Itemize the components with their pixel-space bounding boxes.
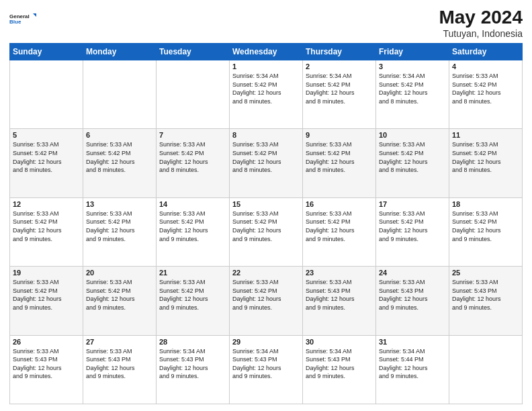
- day-info: Sunrise: 5:33 AMSunset: 5:42 PMDaylight:…: [232, 278, 300, 312]
- logo: General Blue: [9, 7, 36, 31]
- header-sunday: Sunday: [10, 44, 83, 60]
- calendar-cell: 24Sunrise: 5:33 AMSunset: 5:43 PMDayligh…: [376, 267, 449, 335]
- day-info: Sunrise: 5:33 AMSunset: 5:43 PMDaylight:…: [379, 278, 446, 312]
- day-number: 21: [159, 269, 226, 277]
- day-info: Sunrise: 5:33 AMSunset: 5:43 PMDaylight:…: [452, 278, 519, 312]
- calendar-cell: 21Sunrise: 5:33 AMSunset: 5:42 PMDayligh…: [157, 267, 230, 335]
- day-number: 20: [86, 269, 153, 277]
- day-number: 23: [306, 269, 373, 277]
- calendar-cell: 13Sunrise: 5:33 AMSunset: 5:42 PMDayligh…: [83, 197, 157, 266]
- calendar-cell: 6Sunrise: 5:33 AMSunset: 5:42 PMDaylight…: [83, 129, 157, 197]
- day-info: Sunrise: 5:34 AMSunset: 5:42 PMDaylight:…: [232, 72, 300, 105]
- day-info: Sunrise: 5:33 AMSunset: 5:42 PMDaylight:…: [86, 278, 153, 312]
- calendar-cell: [83, 60, 157, 129]
- day-number: 17: [379, 200, 446, 208]
- calendar-cell: 28Sunrise: 5:34 AMSunset: 5:43 PMDayligh…: [157, 335, 230, 404]
- svg-text:Blue: Blue: [9, 19, 21, 25]
- calendar-cell: 25Sunrise: 5:33 AMSunset: 5:43 PMDayligh…: [449, 267, 523, 335]
- logo-svg: General Blue: [9, 7, 36, 31]
- day-info: Sunrise: 5:33 AMSunset: 5:43 PMDaylight:…: [86, 347, 153, 381]
- calendar-week-row: 5Sunrise: 5:33 AMSunset: 5:42 PMDaylight…: [10, 129, 523, 197]
- calendar-cell: 3Sunrise: 5:34 AMSunset: 5:42 PMDaylight…: [376, 60, 449, 129]
- day-info: Sunrise: 5:33 AMSunset: 5:42 PMDaylight:…: [379, 140, 446, 174]
- calendar-cell: 29Sunrise: 5:34 AMSunset: 5:43 PMDayligh…: [230, 335, 303, 404]
- calendar-cell: 2Sunrise: 5:34 AMSunset: 5:42 PMDaylight…: [303, 60, 376, 129]
- day-number: 24: [379, 269, 446, 277]
- day-number: 3: [379, 62, 446, 71]
- day-info: Sunrise: 5:33 AMSunset: 5:42 PMDaylight:…: [159, 210, 226, 243]
- day-number: 9: [306, 131, 373, 139]
- day-info: Sunrise: 5:33 AMSunset: 5:43 PMDaylight:…: [13, 347, 80, 381]
- day-number: 4: [452, 62, 519, 71]
- day-info: Sunrise: 5:34 AMSunset: 5:43 PMDaylight:…: [159, 347, 226, 381]
- day-info: Sunrise: 5:34 AMSunset: 5:42 PMDaylight:…: [306, 72, 373, 105]
- day-number: 15: [232, 200, 300, 208]
- day-info: Sunrise: 5:33 AMSunset: 5:42 PMDaylight:…: [452, 210, 519, 243]
- day-number: 25: [452, 269, 519, 277]
- day-info: Sunrise: 5:33 AMSunset: 5:42 PMDaylight:…: [13, 140, 80, 174]
- calendar-table: Sunday Monday Tuesday Wednesday Thursday…: [9, 43, 523, 404]
- day-info: Sunrise: 5:33 AMSunset: 5:42 PMDaylight:…: [232, 210, 300, 243]
- day-number: 26: [13, 338, 80, 346]
- day-info: Sunrise: 5:33 AMSunset: 5:42 PMDaylight:…: [13, 210, 80, 243]
- calendar-week-row: 12Sunrise: 5:33 AMSunset: 5:42 PMDayligh…: [10, 197, 523, 266]
- day-info: Sunrise: 5:33 AMSunset: 5:42 PMDaylight:…: [379, 210, 446, 243]
- calendar-cell: 4Sunrise: 5:33 AMSunset: 5:42 PMDaylight…: [449, 60, 523, 129]
- day-info: Sunrise: 5:33 AMSunset: 5:42 PMDaylight:…: [232, 140, 300, 174]
- day-number: 29: [232, 338, 300, 346]
- calendar-week-row: 1Sunrise: 5:34 AMSunset: 5:42 PMDaylight…: [10, 60, 523, 129]
- header-saturday: Saturday: [449, 44, 523, 60]
- calendar-cell: 16Sunrise: 5:33 AMSunset: 5:42 PMDayligh…: [303, 197, 376, 266]
- day-number: 16: [306, 200, 373, 208]
- calendar-cell: 12Sunrise: 5:33 AMSunset: 5:42 PMDayligh…: [10, 197, 83, 266]
- calendar-cell: 20Sunrise: 5:33 AMSunset: 5:42 PMDayligh…: [83, 267, 157, 335]
- day-number: 8: [232, 131, 300, 139]
- day-number: 11: [452, 131, 519, 139]
- calendar-cell: [157, 60, 230, 129]
- calendar-cell: 19Sunrise: 5:33 AMSunset: 5:42 PMDayligh…: [10, 267, 83, 335]
- day-info: Sunrise: 5:33 AMSunset: 5:42 PMDaylight:…: [86, 210, 153, 243]
- day-info: Sunrise: 5:33 AMSunset: 5:42 PMDaylight:…: [452, 72, 519, 105]
- calendar-week-row: 26Sunrise: 5:33 AMSunset: 5:43 PMDayligh…: [10, 335, 523, 404]
- calendar-cell: 8Sunrise: 5:33 AMSunset: 5:42 PMDaylight…: [230, 129, 303, 197]
- day-number: 31: [379, 338, 446, 346]
- day-info: Sunrise: 5:34 AMSunset: 5:43 PMDaylight:…: [306, 347, 373, 381]
- calendar-cell: 17Sunrise: 5:33 AMSunset: 5:42 PMDayligh…: [376, 197, 449, 266]
- header-thursday: Thursday: [303, 44, 376, 60]
- calendar-cell: 27Sunrise: 5:33 AMSunset: 5:43 PMDayligh…: [83, 335, 157, 404]
- day-number: 6: [86, 131, 153, 139]
- calendar-header-row: Sunday Monday Tuesday Wednesday Thursday…: [10, 44, 523, 60]
- calendar-cell: 10Sunrise: 5:33 AMSunset: 5:42 PMDayligh…: [376, 129, 449, 197]
- header: General Blue May 2024 Tutuyan, Indonesia: [9, 7, 523, 39]
- day-info: Sunrise: 5:33 AMSunset: 5:42 PMDaylight:…: [159, 278, 226, 312]
- calendar-week-row: 19Sunrise: 5:33 AMSunset: 5:42 PMDayligh…: [10, 267, 523, 335]
- day-info: Sunrise: 5:33 AMSunset: 5:42 PMDaylight:…: [452, 140, 519, 174]
- month-year: May 2024: [439, 7, 523, 28]
- calendar-cell: 18Sunrise: 5:33 AMSunset: 5:42 PMDayligh…: [449, 197, 523, 266]
- day-number: 14: [159, 200, 226, 208]
- header-monday: Monday: [83, 44, 157, 60]
- svg-marker-2: [33, 13, 36, 17]
- day-number: 22: [232, 269, 300, 277]
- calendar-cell: 30Sunrise: 5:34 AMSunset: 5:43 PMDayligh…: [303, 335, 376, 404]
- header-wednesday: Wednesday: [230, 44, 303, 60]
- day-number: 28: [159, 338, 226, 346]
- calendar-cell: 15Sunrise: 5:33 AMSunset: 5:42 PMDayligh…: [230, 197, 303, 266]
- calendar-cell: 5Sunrise: 5:33 AMSunset: 5:42 PMDaylight…: [10, 129, 83, 197]
- calendar-cell: 1Sunrise: 5:34 AMSunset: 5:42 PMDaylight…: [230, 60, 303, 129]
- day-number: 27: [86, 338, 153, 346]
- day-number: 12: [13, 200, 80, 208]
- calendar-cell: 7Sunrise: 5:33 AMSunset: 5:42 PMDaylight…: [157, 129, 230, 197]
- calendar-cell: [449, 335, 523, 404]
- calendar-cell: 11Sunrise: 5:33 AMSunset: 5:42 PMDayligh…: [449, 129, 523, 197]
- day-info: Sunrise: 5:33 AMSunset: 5:42 PMDaylight:…: [86, 140, 153, 174]
- day-info: Sunrise: 5:33 AMSunset: 5:43 PMDaylight:…: [306, 278, 373, 312]
- day-info: Sunrise: 5:34 AMSunset: 5:42 PMDaylight:…: [379, 72, 446, 105]
- day-number: 5: [13, 131, 80, 139]
- calendar-cell: 23Sunrise: 5:33 AMSunset: 5:43 PMDayligh…: [303, 267, 376, 335]
- calendar-cell: 26Sunrise: 5:33 AMSunset: 5:43 PMDayligh…: [10, 335, 83, 404]
- calendar-cell: 22Sunrise: 5:33 AMSunset: 5:42 PMDayligh…: [230, 267, 303, 335]
- calendar-cell: 9Sunrise: 5:33 AMSunset: 5:42 PMDaylight…: [303, 129, 376, 197]
- location: Tutuyan, Indonesia: [439, 28, 523, 39]
- day-info: Sunrise: 5:33 AMSunset: 5:42 PMDaylight:…: [306, 140, 373, 174]
